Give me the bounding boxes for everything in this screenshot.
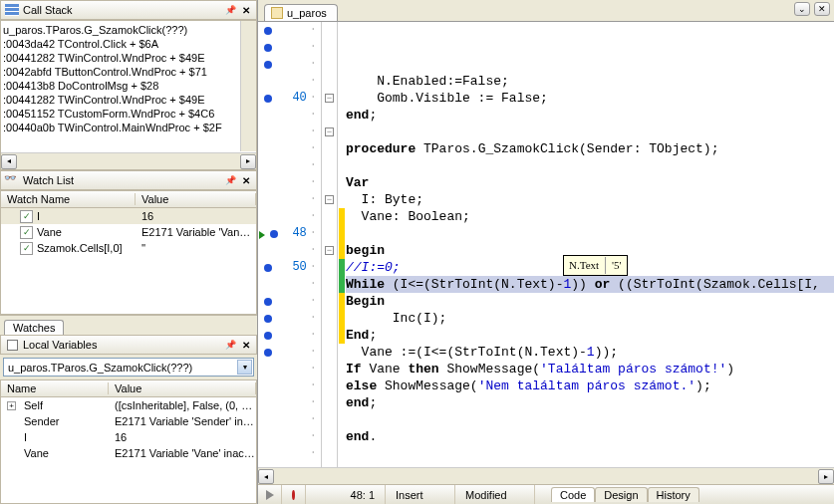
call-stack-frame[interactable]: :0042abfd TButtonControl.WndProc + $71 — [3, 65, 254, 79]
checkbox-icon[interactable]: ✓ — [20, 226, 33, 239]
code-line[interactable] — [346, 124, 834, 140]
modified-line-marker — [339, 327, 345, 344]
line-number: · — [278, 140, 317, 157]
code-line[interactable]: Vane: Boolean; — [346, 208, 834, 225]
line-number: · — [278, 293, 317, 310]
localvar-row[interactable]: I16 — [1, 429, 256, 445]
breakpoint-icon[interactable] — [270, 230, 278, 238]
editor-tab-bar: u_paros ⌄ ✕ — [258, 0, 834, 22]
breakpoint-icon[interactable] — [264, 264, 272, 272]
watch-row[interactable]: ✓VaneE2171 Variable 'Vane'… — [1, 224, 256, 240]
breakpoint-icon[interactable] — [264, 95, 272, 103]
code-line[interactable]: Begin — [346, 293, 834, 310]
code-area[interactable]: N.Enabled:=False; Gomb.Visible := False;… — [346, 22, 834, 467]
code-line[interactable] — [346, 445, 834, 462]
pin-icon[interactable] — [224, 174, 236, 186]
code-line[interactable]: Gomb.Visible := False; — [346, 90, 834, 107]
tab-close-button[interactable]: ✕ — [814, 2, 830, 16]
macro-record-button[interactable] — [282, 485, 306, 504]
breakpoint-icon[interactable] — [264, 332, 272, 340]
code-line[interactable]: If Vane then ShowMessage('Találtam páros… — [346, 361, 834, 378]
breakpoint-icon[interactable] — [264, 315, 272, 323]
scope-combo[interactable]: u_paros.TParos.G_SzamokClick(???) ▾ — [3, 358, 254, 377]
var-name: Self — [24, 399, 43, 411]
scroll-right-button[interactable]: ▸ — [240, 154, 256, 169]
scroll-right-button[interactable]: ▸ — [818, 469, 834, 484]
code-editor[interactable]: · · · ·40 · · · · · · · ·48 · ·50 · · · … — [258, 22, 834, 467]
code-line[interactable] — [346, 225, 834, 242]
view-tab-design[interactable]: Design — [595, 487, 647, 502]
code-line[interactable]: I: Byte; — [346, 191, 834, 208]
macro-play-button[interactable] — [258, 485, 282, 504]
code-line[interactable] — [346, 462, 834, 467]
code-line[interactable]: End; — [346, 327, 834, 344]
localvars-grid-rows[interactable]: +Self([csInheritable], False, (0, …Sende… — [1, 397, 256, 503]
checkbox-icon[interactable]: ✓ — [20, 242, 33, 255]
scroll-left-button[interactable]: ◂ — [258, 469, 274, 484]
watches-tab[interactable]: Watches — [4, 320, 64, 335]
fold-toggle-icon[interactable]: − — [325, 94, 334, 103]
view-tab-history[interactable]: History — [648, 487, 699, 502]
tab-menu-button[interactable]: ⌄ — [794, 2, 810, 16]
line-number: · — [278, 327, 317, 344]
code-line[interactable] — [346, 411, 834, 428]
code-line[interactable]: Inc(I); — [346, 310, 834, 327]
code-line[interactable]: else ShowMessage('Nem találtam páros szá… — [346, 378, 834, 394]
call-stack-frame[interactable]: :00441282 TWinControl.WndProc + $49E — [3, 93, 254, 107]
col-watch-name[interactable]: Watch Name — [1, 193, 136, 205]
vertical-scrollbar[interactable] — [240, 21, 256, 151]
breakpoint-icon[interactable] — [264, 27, 272, 35]
horizontal-scrollbar[interactable]: ◂ ▸ — [1, 152, 256, 169]
code-line[interactable]: N.Enabled:=False; — [346, 73, 834, 90]
localvar-row[interactable]: +Self([csInheritable], False, (0, … — [1, 397, 256, 413]
call-stack-frame[interactable]: :00441282 TWinControl.WndProc + $49E — [3, 51, 254, 65]
fold-gutter[interactable]: −−−− — [322, 22, 338, 467]
line-number: · — [278, 22, 317, 39]
col-value[interactable]: Value — [109, 382, 256, 394]
fold-toggle-icon[interactable]: − — [325, 246, 334, 255]
watch-grid-rows[interactable]: ✓I16✓VaneE2171 Variable 'Vane'…✓Szamok.C… — [1, 208, 256, 314]
close-icon[interactable] — [240, 339, 252, 351]
checkbox-icon[interactable]: ✓ — [20, 210, 33, 223]
localvar-row[interactable]: VaneE2171 Variable 'Vane' inacc… — [1, 445, 256, 461]
code-line[interactable]: Var — [346, 174, 834, 191]
watch-row[interactable]: ✓Szamok.Cells[I,0]'' — [1, 240, 256, 256]
code-line[interactable]: Vane :=(I<=(StrToInt(N.Text)-1)); — [346, 344, 834, 361]
call-stack-frame[interactable]: :00440a0b TWinControl.MainWndProc + $2F — [3, 121, 254, 134]
editor-horizontal-scrollbar[interactable]: ◂ ▸ — [258, 467, 834, 484]
pin-icon[interactable] — [224, 339, 236, 351]
fold-toggle-icon[interactable]: − — [325, 195, 334, 204]
code-line[interactable]: end; — [346, 394, 834, 411]
line-number: · — [278, 191, 317, 208]
breakpoint-icon[interactable] — [264, 349, 272, 357]
line-number: · — [278, 310, 317, 327]
col-name[interactable]: Name — [1, 382, 109, 394]
localvar-row[interactable]: SenderE2171 Variable 'Sender' ina… — [1, 413, 256, 429]
call-stack-frame[interactable]: :0043da42 TControl.Click + $6A — [3, 37, 254, 51]
breakpoint-gutter[interactable] — [258, 22, 278, 467]
call-stack-frame[interactable]: u_paros.TParos.G_SzamokClick(???) — [3, 23, 254, 37]
call-stack-frame[interactable]: :004413b8 DoControlMsg + $28 — [3, 79, 254, 93]
breakpoint-icon[interactable] — [264, 61, 272, 69]
breakpoint-icon[interactable] — [264, 44, 272, 52]
scroll-left-button[interactable]: ◂ — [1, 154, 17, 169]
close-icon[interactable] — [240, 4, 252, 16]
editor-file-tab[interactable]: u_paros — [264, 4, 338, 21]
watch-row[interactable]: ✓I16 — [1, 208, 256, 224]
chevron-down-icon[interactable]: ▾ — [237, 360, 252, 375]
code-line[interactable]: end. — [346, 428, 834, 445]
code-line[interactable] — [346, 157, 834, 174]
view-tab-code[interactable]: Code — [551, 487, 595, 502]
var-name: Sender — [24, 415, 59, 427]
breakpoint-icon[interactable] — [264, 298, 272, 306]
code-line[interactable]: end; — [346, 107, 834, 124]
code-line[interactable]: procedure TParos.G_SzamokClick(Sender: T… — [346, 140, 834, 157]
call-stack-frame[interactable]: :00451152 TCustomForm.WndProc + $4C6 — [3, 107, 254, 121]
pin-icon[interactable] — [224, 4, 236, 16]
expander-icon[interactable]: + — [7, 401, 16, 410]
col-value[interactable]: Value — [136, 193, 256, 205]
close-icon[interactable] — [240, 174, 252, 186]
call-stack-list[interactable]: u_paros.TParos.G_SzamokClick(???):0043da… — [0, 20, 257, 170]
code-line[interactable]: While (I<=(StrToInt(N.Text)-1)) or ((Str… — [346, 276, 834, 293]
fold-toggle-icon[interactable]: − — [325, 127, 334, 136]
